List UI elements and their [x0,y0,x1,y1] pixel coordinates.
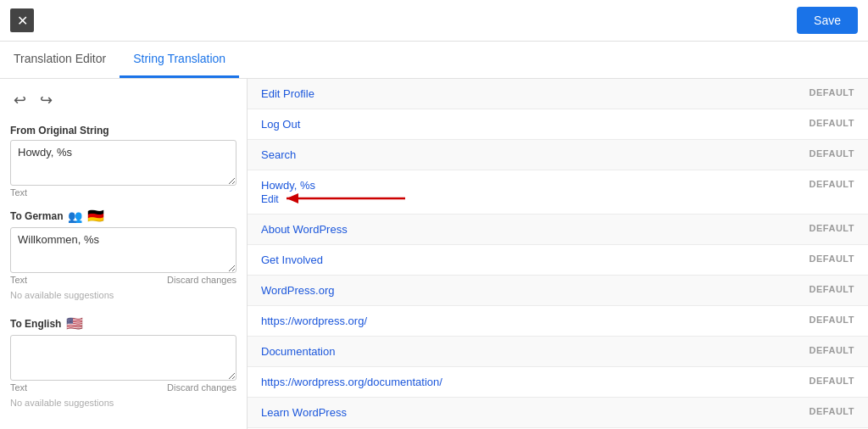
left-panel: ↩ ↪ From Original String Text To German … [0,79,248,429]
prev-arrow-button[interactable]: ↩ [10,89,30,111]
string-content: Learn WordPress [261,406,795,419]
main-content: ↩ ↪ From Original String Text To German … [0,79,868,429]
to-german-input[interactable] [10,227,236,273]
string-content: WordPress.org [261,284,795,297]
string-text[interactable]: Documentation [261,345,795,358]
status-badge: DEFAULT [795,284,854,294]
table-row: Howdy, %sEditDEFAULT [248,170,868,214]
string-text[interactable]: WordPress.org [261,284,795,297]
string-content: https://wordpress.org/documentation/ [261,376,795,388]
table-row: Get InvolvedDEFAULT [248,245,868,276]
tab-translation-editor[interactable]: Translation Editor [0,42,120,78]
string-content: Log Out [261,118,795,131]
string-text[interactable]: Edit Profile [261,87,795,100]
header: ✕ Save [0,0,868,42]
status-badge: DEFAULT [795,406,854,416]
english-meta: Text Discard changes [10,382,236,393]
next-arrow-button[interactable]: ↪ [36,89,56,111]
nav-arrows: ↩ ↪ [10,86,236,118]
german-type: Text [10,275,27,285]
table-row: Log OutDEFAULT [248,109,868,140]
from-meta: Text [10,187,236,198]
right-panel: Edit ProfileDEFAULTLog OutDEFAULTSearchD… [248,79,868,429]
to-german-label: To German [10,210,63,222]
english-suggestions: No available suggestions [10,398,236,408]
table-row: WordPress.orgDEFAULT [248,276,868,306]
status-badge: DEFAULT [795,148,854,159]
collab-icon: 👥 [68,209,82,223]
status-badge: DEFAULT [795,315,854,325]
edit-link[interactable]: Edit [261,193,279,205]
status-badge: DEFAULT [795,254,854,264]
string-text[interactable]: About WordPress [261,223,795,236]
status-badge: DEFAULT [795,179,854,189]
from-type: Text [10,187,27,198]
german-suggestions: No available suggestions [10,290,236,300]
table-row: https://wordpress.org/DEFAULT [248,306,868,337]
status-badge: DEFAULT [795,118,854,128]
red-arrow-annotation [287,188,422,212]
english-flag-icon: 🇺🇸 [66,315,83,332]
string-content: Documentation [261,345,795,358]
string-text[interactable]: Learn WordPress [261,406,795,419]
from-label: From Original String [10,125,236,136]
status-badge: DEFAULT [795,345,854,355]
to-english-input[interactable] [10,335,236,381]
svg-marker-2 [287,193,298,203]
to-english-label: To English [10,318,61,330]
english-type: Text [10,382,27,393]
to-english-header: To English 🇺🇸 [10,315,236,332]
tabs-bar: Translation Editor String Translation [0,42,868,79]
to-german-header: To German 👥 🇩🇪 [10,208,236,224]
string-content: About WordPress [261,223,795,236]
table-row: Edit ProfileDEFAULT [248,79,868,109]
table-row: https://wordpress.org/documentation/DEFA… [248,367,868,398]
table-row: About WordPressDEFAULT [248,214,868,245]
status-badge: DEFAULT [795,376,854,386]
table-row: Learn WordPressDEFAULT [248,398,868,428]
string-text[interactable]: Howdy, %s [261,179,795,192]
string-text[interactable]: https://wordpress.org/documentation/ [261,376,795,388]
german-meta: Text Discard changes [10,275,236,285]
close-button[interactable]: ✕ [10,8,34,32]
string-text[interactable]: Get Involved [261,254,795,266]
status-badge: DEFAULT [795,223,854,233]
string-content: Search [261,148,795,161]
string-content: Get Involved [261,254,795,266]
german-flag-icon: 🇩🇪 [87,208,104,224]
english-discard-link[interactable]: Discard changes [167,382,236,393]
string-text[interactable]: Log Out [261,118,795,131]
string-text[interactable]: Search [261,148,795,161]
save-button[interactable]: Save [797,7,858,34]
table-row: SearchDEFAULT [248,140,868,170]
status-badge: DEFAULT [795,87,854,98]
string-content: Howdy, %sEdit [261,179,795,205]
from-original-input[interactable] [10,140,236,186]
string-content: Edit Profile [261,87,795,100]
table-row: DocumentationDEFAULT [248,337,868,367]
german-discard-link[interactable]: Discard changes [167,275,236,285]
tab-string-translation[interactable]: String Translation [120,42,239,78]
string-content: https://wordpress.org/ [261,315,795,327]
string-text[interactable]: https://wordpress.org/ [261,315,795,327]
